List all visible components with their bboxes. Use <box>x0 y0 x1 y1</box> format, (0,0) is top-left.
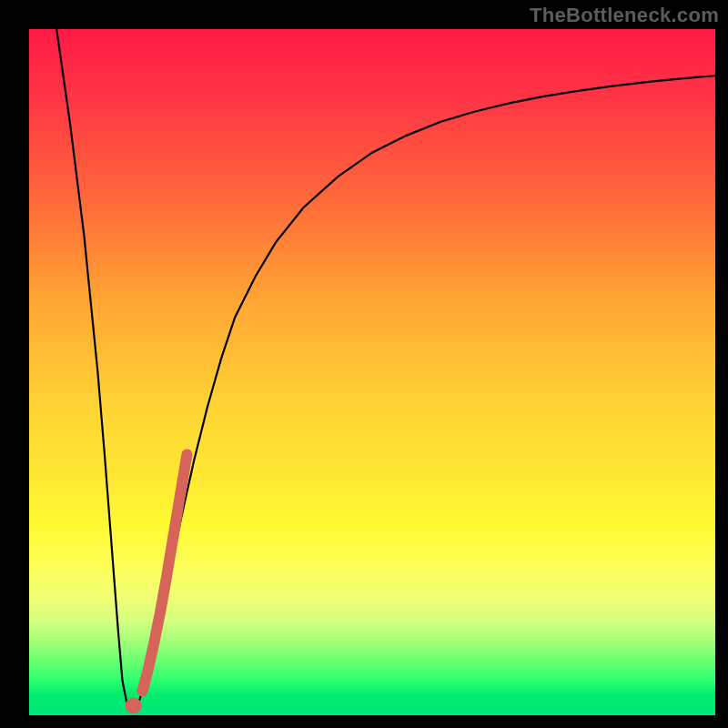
highlight-segment <box>142 454 187 691</box>
chart-frame: TheBottleneck.com <box>0 0 728 728</box>
highlight-terminal-dot <box>126 697 142 713</box>
chart-svg <box>29 29 715 715</box>
bottleneck-curve <box>56 29 715 708</box>
watermark-text: TheBottleneck.com <box>530 4 719 27</box>
plot-area <box>29 29 715 715</box>
